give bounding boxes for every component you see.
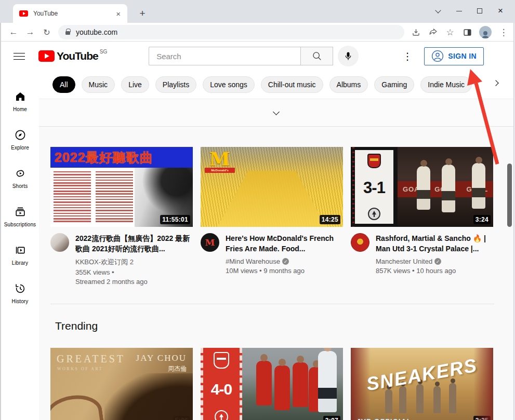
collapsed-section[interactable] [39, 99, 513, 127]
chip-live[interactable]: Live [121, 76, 149, 93]
match-score: 3-1 [363, 179, 385, 197]
channel-avatar[interactable] [50, 233, 69, 252]
browser-tab-youtube[interactable]: YouTube × [13, 4, 127, 23]
chip-love-songs[interactable]: Love songs [203, 76, 255, 93]
trending-thumbnail-1[interactable]: GREATEST WORKS OF ART JAY CHOU 周杰倫 5:06 [50, 348, 193, 420]
thumb-text: 周杰倫 [136, 364, 187, 373]
duration-badge: 3:25 [473, 416, 491, 420]
crystal-palace-crest-icon [368, 208, 380, 220]
chevron-right-icon [493, 80, 498, 86]
trending-heading: Trending [55, 320, 98, 332]
minimize-button[interactable] [448, 3, 469, 19]
video-thumbnail-3[interactable]: 3-1 GOALGOALGOAL 3:24 [351, 147, 493, 227]
history-icon [14, 282, 27, 295]
liverpool-crest-icon [215, 410, 228, 420]
channel-name[interactable]: Manchester United [376, 258, 432, 265]
sidebar-item-subscriptions[interactable]: Subscriptions [4, 197, 37, 236]
youtube-menu-kebab-icon[interactable]: ⋮ [401, 50, 414, 62]
chip-chill-out-music[interactable]: Chill-out music [261, 76, 323, 93]
channel-name[interactable]: #Mind Warehouse [226, 258, 280, 265]
video-card-3[interactable]: 3-1 GOALGOALGOAL 3:24 Ra [351, 147, 493, 286]
man-utd-crest-icon [214, 352, 229, 369]
forward-button[interactable]: → [23, 23, 37, 42]
tab-close-icon[interactable]: × [114, 9, 122, 18]
bookmark-star-icon[interactable]: ☆ [445, 27, 455, 37]
man-utd-crest-icon [367, 154, 381, 168]
chip-indie-music[interactable]: Indie Music [420, 76, 472, 93]
youtube-header: YouTube SG ⋮ SIGN IN [1, 42, 513, 71]
video-card-1[interactable]: 2022最好聽歌曲 11:55:01 2022流行歌曲【無廣告】2022 最新歌… [50, 147, 193, 286]
thumb-text: GREATEST [57, 353, 125, 365]
sidebar-item-history[interactable]: History [4, 274, 37, 313]
chips-scroll-right-button[interactable] [494, 81, 498, 85]
voice-search-button[interactable] [338, 46, 359, 66]
scrollbar-thumb[interactable] [507, 164, 512, 227]
tracklist-column [96, 171, 133, 223]
sidebar-item-library[interactable]: Library [4, 236, 37, 274]
trending-card-1[interactable]: GREATEST WORKS OF ART JAY CHOU 周杰倫 5:06 [50, 348, 193, 420]
youtube-logo-text: YouTube [57, 49, 98, 63]
duration-badge: 11:55:01 [160, 215, 190, 224]
browser-menu-kebab-icon[interactable]: ⋮ [498, 27, 509, 37]
search-input[interactable] [149, 47, 300, 65]
chip-music[interactable]: Music [82, 76, 115, 93]
duration-badge: 5:06 [173, 416, 190, 420]
browser-titlebar: YouTube × + × [0, 0, 515, 23]
trending-card-3[interactable]: SNEAKERS JYP OFFICIAL 3:25 [351, 348, 493, 420]
back-button[interactable]: ← [6, 23, 21, 42]
verified-badge-icon: ✓ [282, 258, 289, 265]
chip-playlists[interactable]: Playlists [155, 76, 196, 93]
search-icon [311, 50, 323, 62]
channel-name[interactable]: KKBOX-欢迎订阅 2 [75, 258, 134, 267]
side-panel-icon[interactable] [462, 27, 472, 37]
chip-all[interactable]: All [52, 76, 75, 93]
youtube-logo[interactable]: YouTube SG [38, 49, 107, 63]
new-tab-button[interactable]: + [136, 7, 149, 20]
home-icon [14, 90, 27, 103]
browser-window: YouTube × + × ← → ↻ youtube.com ☆ [0, 0, 515, 420]
sidebar-item-home[interactable]: Home [4, 82, 37, 120]
video-views: 10M views • 9 months ago [226, 267, 343, 275]
channel-avatar[interactable] [351, 233, 369, 252]
country-code: SG [100, 49, 107, 55]
video-title[interactable]: Rashford, Martial & Sancho 🔥 | Man Utd 3… [376, 233, 493, 254]
youtube-favicon-icon [19, 10, 28, 17]
subscriptions-icon [14, 206, 27, 218]
chip-albums[interactable]: Albums [329, 76, 368, 93]
youtube-play-icon [38, 50, 55, 62]
library-icon [14, 244, 27, 256]
youtube-page: YouTube SG ⋮ SIGN IN All Music Live [1, 42, 513, 420]
sidebar-item-explore[interactable]: Explore [4, 120, 37, 159]
profile-avatar[interactable] [479, 26, 492, 38]
share-icon[interactable] [428, 27, 438, 37]
person-icon [431, 50, 444, 62]
sidebar-item-shorts[interactable]: Shorts [4, 159, 37, 197]
close-window-button[interactable]: × [490, 3, 511, 19]
video-thumbnail-2[interactable]: M McDonald's 14:25 [201, 147, 343, 227]
reload-button[interactable]: ↻ [39, 23, 54, 42]
window-edge [0, 23, 1, 420]
trending-card-2[interactable]: 4-0 3:07 [201, 348, 343, 420]
video-thumbnail-1[interactable]: 2022最好聽歌曲 11:55:01 [50, 147, 193, 227]
maximize-button[interactable] [469, 3, 490, 19]
tab-search-chevron-icon[interactable] [428, 3, 448, 19]
trending-thumbnail-3[interactable]: SNEAKERS JYP OFFICIAL 3:25 [351, 348, 493, 420]
guide-menu-icon[interactable] [14, 53, 25, 60]
channel-avatar[interactable]: M [201, 233, 219, 252]
duration-badge: 3:24 [473, 215, 491, 224]
address-bar[interactable]: youtube.com [58, 25, 404, 39]
video-title[interactable]: 2022流行歌曲【無廣告】2022 最新歌曲 2021好听的流行歌曲... [75, 233, 193, 254]
window-controls: × [428, 3, 511, 19]
video-title[interactable]: Here's How McDonald's French Fries Are M… [226, 233, 343, 254]
match-photo [242, 348, 343, 420]
trending-thumbnail-2[interactable]: 4-0 3:07 [201, 348, 343, 420]
chip-gaming[interactable]: Gaming [374, 76, 414, 93]
video-views: 355K views • [75, 268, 193, 276]
mini-guide-sidebar: Home Explore Shorts Subscriptions Librar… [1, 71, 39, 420]
download-icon[interactable] [411, 27, 421, 37]
sign-in-button[interactable]: SIGN IN [424, 47, 484, 65]
search-button[interactable] [300, 47, 333, 65]
video-card-2[interactable]: M McDonald's 14:25 M Here's How McDonald… [201, 147, 343, 286]
chevron-down-icon [273, 109, 280, 115]
compass-icon [14, 129, 27, 141]
